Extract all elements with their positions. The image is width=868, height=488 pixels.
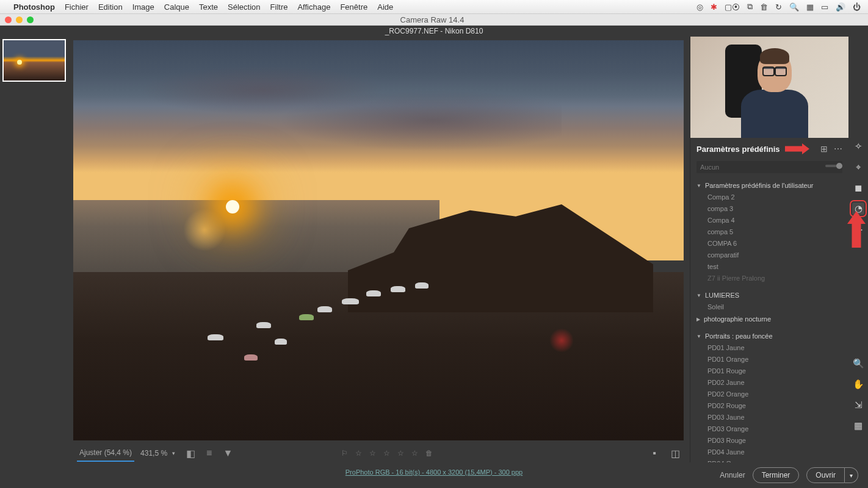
preset-item[interactable]: Z7 ii Pierre Pralong: [690, 273, 848, 284]
macos-menubar: Photoshop Fichier Edition Image Calque T…: [0, 0, 868, 13]
menu-fichier[interactable]: Fichier: [65, 2, 89, 12]
preset-item[interactable]: PD03 Rouge: [690, 435, 848, 447]
zoom-tool-icon[interactable]: 🔍: [852, 357, 864, 370]
menu-fenetre[interactable]: Fenêtre: [340, 2, 367, 12]
photo-preview: [73, 40, 684, 440]
window-title: Camera Raw 14.4: [38, 15, 826, 24]
star-icon[interactable]: ☆: [383, 449, 394, 458]
document-camera: Nikon D810: [445, 27, 483, 35]
status-grid-icon[interactable]: ▦: [806, 2, 814, 12]
status-screen-icon[interactable]: ▭: [821, 2, 828, 12]
menu-affichage[interactable]: Affichage: [297, 2, 330, 12]
status-binoculars-icon[interactable]: 🔍: [789, 2, 799, 12]
grid-tool-icon[interactable]: ▦: [852, 420, 864, 432]
status-trash-icon[interactable]: 🗑: [760, 2, 768, 12]
preset-item[interactable]: PD02 Rouge: [690, 400, 848, 412]
filmstrip: [0, 37, 70, 462]
preset-group-portraits[interactable]: ▼Portraits : peau foncée: [690, 330, 848, 342]
preset-list[interactable]: ▼Paramètres prédéfinis de l'utilisateur …: [690, 177, 848, 462]
preset-group-user[interactable]: ▼Paramètres prédéfinis de l'utilisateur: [690, 179, 848, 192]
single-view-icon[interactable]: ▪: [653, 448, 656, 459]
image-canvas[interactable]: [73, 40, 684, 440]
filmstrip-thumb[interactable]: [2, 39, 66, 82]
menu-texte[interactable]: Texte: [199, 2, 218, 12]
done-button[interactable]: Terminer: [753, 467, 800, 483]
cancel-button[interactable]: Annuler: [720, 471, 745, 479]
open-button[interactable]: Ouvrir: [806, 467, 845, 483]
status-record-icon[interactable]: ▢⦿: [725, 2, 740, 12]
panel-title: Paramètres prédéfinis: [696, 145, 785, 154]
preset-search-input[interactable]: [696, 161, 842, 173]
zoom-level-display[interactable]: 431,5 %: [138, 445, 170, 461]
crop-tool-icon[interactable]: ⌖: [852, 161, 864, 173]
filter-icon[interactable]: ▼: [223, 448, 233, 459]
footer-bar: ProPhoto RGB - 16 bit(s) - 4800 x 3200 (…: [0, 462, 868, 488]
menu-calque[interactable]: Calque: [164, 2, 189, 12]
preset-item[interactable]: PD03 Jaune: [690, 412, 848, 423]
preset-item[interactable]: PD01 Orange: [690, 354, 848, 365]
sort-icon[interactable]: ≡: [206, 448, 212, 459]
preset-item[interactable]: Soleil: [690, 301, 848, 313]
window-titlebar: Camera Raw 14.4: [0, 13, 868, 26]
star-icon[interactable]: ☆: [411, 449, 422, 458]
preset-item[interactable]: PD04 Orange: [690, 458, 848, 462]
status-volume-icon[interactable]: 🔊: [836, 2, 845, 12]
preset-group-lumieres[interactable]: ▼LUMIERES: [690, 289, 848, 301]
trash-rating-icon[interactable]: 🗑: [425, 449, 436, 458]
before-after-icon[interactable]: ◫: [671, 448, 680, 459]
traffic-close-icon[interactable]: [5, 16, 12, 23]
panel-header: Paramètres prédéfinis ⊞ ⋯: [690, 138, 848, 160]
status-display-icon[interactable]: ⧉: [747, 2, 753, 12]
panel-menu-icon[interactable]: ⋯: [834, 144, 842, 154]
sampler-tool-icon[interactable]: ⇲: [852, 399, 864, 411]
preset-item[interactable]: comparatif: [690, 249, 848, 261]
preset-item[interactable]: Compa 4: [690, 215, 848, 226]
compare-toggle-icon[interactable]: ◧: [186, 448, 195, 459]
preset-item[interactable]: compa 3: [690, 203, 848, 215]
preset-item[interactable]: COMPA 6: [690, 238, 848, 249]
create-preset-icon[interactable]: ⊞: [820, 144, 828, 154]
preset-item[interactable]: PD02 Jaune: [690, 377, 848, 389]
app-name[interactable]: Photoshop: [13, 2, 55, 12]
status-xd-icon[interactable]: ✱: [711, 2, 717, 12]
star-icon[interactable]: ☆: [355, 449, 366, 458]
output-settings-link[interactable]: ProPhoto RGB - 16 bit(s) - 4800 x 3200 (…: [345, 468, 523, 476]
preset-group-nocturne[interactable]: ▶photographie nocturne: [690, 313, 848, 325]
spot-tool-icon[interactable]: ◼: [852, 182, 864, 194]
menu-image[interactable]: Image: [132, 2, 154, 12]
webcam-overlay: [690, 37, 848, 138]
menu-filtre[interactable]: Filtre: [270, 2, 288, 12]
preset-item[interactable]: PD03 Orange: [690, 423, 848, 435]
star-icon[interactable]: ☆: [369, 449, 380, 458]
preset-item[interactable]: Compa 2: [690, 192, 848, 203]
status-power-icon[interactable]: ⏻: [853, 2, 861, 12]
preset-item[interactable]: test: [690, 261, 848, 273]
zoom-dropdown-icon[interactable]: ▾: [172, 450, 175, 456]
traffic-minimize-icon[interactable]: [16, 16, 23, 23]
menu-aide[interactable]: Aide: [377, 2, 393, 12]
preset-amount-slider[interactable]: [825, 165, 842, 167]
document-filename: _ROC9977.NEF: [385, 27, 438, 35]
zoom-fit-button[interactable]: Ajuster (54,4 %): [77, 445, 134, 462]
edit-tool-icon[interactable]: ✧: [852, 140, 864, 152]
open-dropdown-icon[interactable]: ▾: [845, 467, 858, 483]
preset-item[interactable]: PD02 Orange: [690, 389, 848, 400]
image-viewer: Ajuster (54,4 %) 431,5 % ▾ ◧ ≡ ▼ ⚐ ☆ ☆ ☆…: [70, 37, 690, 462]
preset-item[interactable]: compa 5: [690, 226, 848, 238]
rating-stars[interactable]: ⚐ ☆ ☆ ☆ ☆ ☆ 🗑: [341, 449, 436, 458]
document-title-strip: _ROC9977.NEF - Nikon D810: [0, 26, 868, 37]
hand-tool-icon[interactable]: ✋: [852, 378, 864, 390]
presets-tool-icon[interactable]: ◔: [852, 203, 864, 215]
traffic-zoom-icon[interactable]: [27, 16, 34, 23]
presets-panel: Paramètres prédéfinis ⊞ ⋯ ▼Paramètres pr…: [690, 37, 848, 462]
menu-edition[interactable]: Edition: [98, 2, 123, 12]
viewer-toolbar: Ajuster (54,4 %) 431,5 % ▾ ◧ ≡ ▼ ⚐ ☆ ☆ ☆…: [73, 444, 684, 462]
star-icon[interactable]: ☆: [397, 449, 408, 458]
preset-item[interactable]: PD01 Jaune: [690, 342, 848, 354]
menu-selection[interactable]: Sélection: [228, 2, 260, 12]
preset-item[interactable]: PD04 Jaune: [690, 447, 848, 458]
status-sync-icon[interactable]: ↻: [775, 2, 782, 12]
flag-icon[interactable]: ⚐: [341, 449, 352, 458]
status-cc-icon[interactable]: ◎: [696, 2, 703, 12]
preset-item[interactable]: PD01 Rouge: [690, 365, 848, 377]
